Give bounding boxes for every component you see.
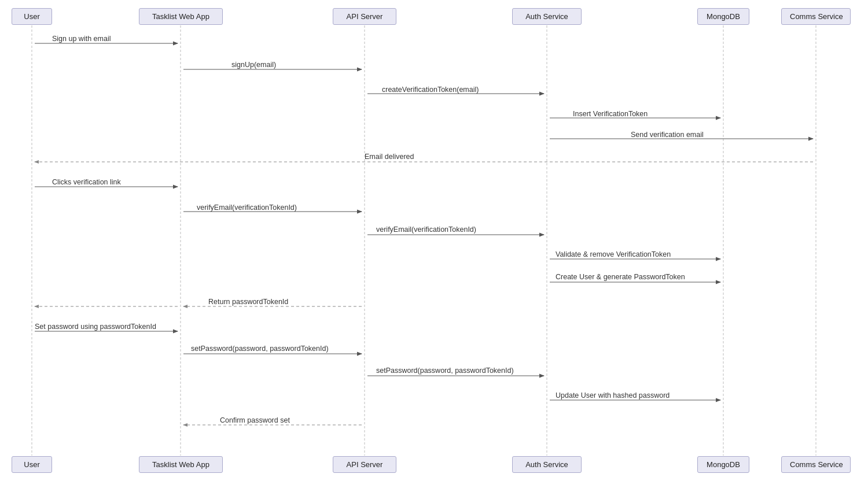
actor-comms-top: Comms Service — [781, 8, 851, 25]
msg-set-password-1: setPassword(password, passwordTokenId) — [191, 345, 329, 353]
msg-confirm-password: Confirm password set — [220, 416, 290, 424]
actor-mongodb-top: MongoDB — [697, 8, 749, 25]
actor-user-top: User — [12, 8, 52, 25]
actor-api-top: API Server — [333, 8, 396, 25]
msg-email-delivered: Email delivered — [365, 153, 414, 161]
msg-set-password-user: Set password using passwordTokenId — [35, 323, 156, 331]
msg-create-user: Create User & generate PasswordToken — [556, 273, 685, 281]
sequence-diagram: User Tasklist Web App API Server Auth Se… — [0, 0, 868, 481]
actor-tasklist-top: Tasklist Web App — [139, 8, 223, 25]
actor-mongodb-bottom: MongoDB — [697, 456, 749, 473]
actor-comms-bottom: Comms Service — [781, 456, 851, 473]
msg-send-email: Send verification email — [631, 131, 704, 139]
msg-set-password-2: setPassword(password, passwordTokenId) — [376, 367, 514, 375]
actor-api-bottom: API Server — [333, 456, 396, 473]
msg-validate-remove: Validate & remove VerificationToken — [556, 250, 671, 258]
actor-auth-top: Auth Service — [512, 8, 582, 25]
msg-verify-email-2: verifyEmail(verificationTokenId) — [376, 225, 476, 234]
actor-tasklist-bottom: Tasklist Web App — [139, 456, 223, 473]
msg-return-token: Return passwordTokenId — [208, 298, 288, 306]
msg-sign-up: Sign up with email — [52, 35, 111, 43]
diagram-svg — [0, 0, 868, 481]
msg-signup-email: signUp(email) — [231, 61, 276, 69]
actor-user-bottom: User — [12, 456, 52, 473]
msg-create-token: createVerificationToken(email) — [382, 86, 479, 94]
msg-update-user: Update User with hashed password — [556, 391, 670, 399]
msg-insert-token: Insert VerificationToken — [573, 110, 648, 118]
actor-auth-bottom: Auth Service — [512, 456, 582, 473]
msg-clicks-link: Clicks verification link — [52, 178, 121, 186]
msg-verify-email-1: verifyEmail(verificationTokenId) — [197, 204, 297, 212]
